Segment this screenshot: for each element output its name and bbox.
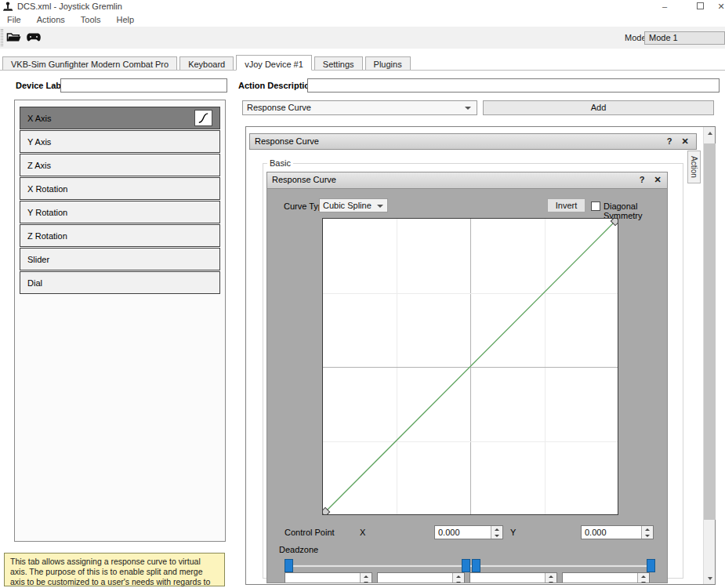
triangle-down-icon	[495, 535, 499, 537]
tab-vjoy-device-1[interactable]: vJoy Device #1	[236, 55, 312, 71]
close-button[interactable]: ✕	[709, 0, 725, 13]
response-curve-editor-header: ✕ ? Response Curve	[267, 172, 667, 189]
sidebar-item-slider[interactable]: Slider	[20, 248, 220, 270]
spin-up-button[interactable]	[546, 573, 556, 579]
menu-file[interactable]: File	[0, 13, 29, 27]
spin-up-button[interactable]	[642, 526, 653, 532]
basic-group-label: Basic	[267, 158, 293, 168]
mode-label: Mode	[625, 33, 647, 42]
menu-help[interactable]: Help	[109, 13, 143, 27]
invert-button[interactable]: Invert	[547, 198, 585, 212]
sidebar-item-label: Slider	[27, 255, 49, 264]
control-point-y-spinbox[interactable]: 0.000	[581, 525, 654, 539]
mode-select-value: Mode 1	[649, 33, 678, 42]
deadzone-handle-min[interactable]	[285, 559, 293, 572]
action-description-label: Action Description	[238, 81, 315, 90]
sidebar-item-label: X Axis	[27, 114, 52, 123]
control-point-y-label: Y	[510, 528, 516, 537]
add-action-button[interactable]: Add	[483, 100, 714, 115]
deadzone-center-high-spinbox[interactable]	[469, 572, 557, 583]
device-tab-bar: VKB-Sim Gunfighter Modern Combat Pro Key…	[0, 55, 725, 71]
control-point-x-spinbox[interactable]: 0.000	[434, 525, 503, 539]
open-profile-button[interactable]	[6, 31, 24, 45]
triangle-up-icon	[456, 575, 461, 578]
sidebar-item-x-axis[interactable]: X Axis	[20, 107, 220, 129]
triangle-up-icon	[641, 575, 646, 578]
menu-tools[interactable]: Tools	[73, 13, 109, 27]
spin-buttons	[452, 573, 464, 583]
chevron-down-icon	[465, 107, 471, 110]
tab-plugins[interactable]: Plugins	[365, 56, 411, 70]
deadzone-handle-center-high[interactable]	[472, 559, 480, 572]
scrollbar-up-button[interactable]	[704, 127, 716, 139]
sidebar-item-dial[interactable]: Dial	[20, 271, 220, 294]
sidebar-item-z-rotation[interactable]: Z Rotation	[20, 224, 220, 247]
mode-select[interactable]: Mode 1	[644, 31, 725, 45]
spin-down-button[interactable]	[361, 579, 372, 583]
sidebar-item-label: X Rotation	[27, 184, 67, 194]
control-point-x-label: X	[360, 528, 365, 537]
tab-keyboard[interactable]: Keyboard	[179, 56, 234, 70]
tab-settings[interactable]: Settings	[314, 56, 363, 70]
scrollbar-down-button[interactable]	[704, 572, 716, 584]
toolbar: Mode Mode 1	[0, 27, 725, 49]
sidebar-item-z-axis[interactable]: Z Axis	[20, 154, 220, 176]
editor-close-button[interactable]: ✕	[650, 172, 665, 187]
deadzone-min-spinbox[interactable]	[285, 572, 372, 583]
action-panel-title: Response Curve	[255, 136, 319, 146]
response-curve-editor: ✕ ? Response Curve Curve Type: Cubic Spl…	[266, 172, 668, 583]
spin-down-button[interactable]	[546, 579, 556, 583]
deadzone-max-spinbox[interactable]	[562, 572, 650, 583]
device-label-input[interactable]	[60, 78, 227, 93]
sidebar-item-y-axis[interactable]: Y Axis	[20, 130, 220, 153]
response-curve-action-header: ✕ ? Response Curve	[249, 133, 697, 150]
triangle-up-icon	[645, 528, 650, 531]
deadzone-center-low-spinbox[interactable]	[377, 572, 465, 583]
axis-list-panel: X Axis Y Axis Z Axis X Rotation Y Rotati…	[14, 100, 226, 542]
action-type-select[interactable]: Response Curve	[242, 100, 477, 115]
app-joystick-icon	[3, 2, 13, 12]
triangle-up-icon	[549, 575, 553, 578]
spin-down-button[interactable]	[453, 579, 464, 583]
control-point-y-value: 0.000	[585, 527, 607, 539]
menu-actions[interactable]: Actions	[29, 13, 73, 27]
vertical-scrollbar[interactable]	[703, 127, 715, 584]
spin-up-button[interactable]	[491, 526, 502, 532]
deadzone-handle-center-low[interactable]	[462, 559, 470, 572]
action-close-button[interactable]: ✕	[677, 134, 693, 149]
spin-up-button[interactable]	[638, 573, 649, 579]
editor-help-button[interactable]: ?	[634, 172, 650, 187]
sidebar-item-y-rotation[interactable]: Y Rotation	[20, 201, 220, 223]
scrollbar-thumb[interactable]	[704, 143, 716, 520]
spin-down-button[interactable]	[638, 579, 649, 583]
control-point-x-value: 0.000	[438, 527, 460, 539]
minimize-button[interactable]: –	[653, 0, 676, 13]
triangle-up-icon	[495, 528, 499, 531]
spin-up-button[interactable]	[361, 573, 372, 579]
toolbar-drag-handle[interactable]	[1, 29, 3, 46]
action-type-select-value: Response Curve	[247, 103, 311, 112]
spin-buttons	[545, 573, 556, 583]
spin-down-button[interactable]	[642, 532, 653, 539]
response-curve-graph[interactable]	[322, 218, 618, 515]
editor-title: Response Curve	[272, 175, 336, 184]
tab-action-vertical[interactable]: Action	[687, 151, 701, 183]
sidebar-item-label: Y Rotation	[27, 208, 67, 217]
response-curve-assigned-chip	[194, 110, 212, 126]
curve-type-select[interactable]: Cubic Spline	[319, 198, 388, 212]
gamepad-icon	[26, 31, 42, 44]
tab-vkb-sim-gunfighter[interactable]: VKB-Sim Gunfighter Modern Combat Pro	[2, 56, 177, 70]
diagonal-symmetry-checkbox[interactable]	[591, 201, 600, 211]
device-information-button[interactable]	[26, 31, 43, 45]
spin-down-button[interactable]	[491, 532, 502, 539]
sidebar-item-label: Dial	[27, 278, 42, 288]
sidebar-item-x-rotation[interactable]: X Rotation	[20, 177, 220, 200]
action-help-button[interactable]: ?	[662, 134, 677, 149]
window-title: DCS.xml - Joystick Gremlin	[17, 2, 122, 11]
spin-up-button[interactable]	[453, 573, 464, 579]
deadzone-handle-max[interactable]	[647, 559, 655, 572]
deadzone-label: Deadzone	[279, 545, 318, 554]
action-description-input[interactable]	[307, 78, 720, 93]
maximize-button[interactable]	[688, 0, 712, 13]
sidebar-item-label: Z Axis	[27, 161, 51, 170]
